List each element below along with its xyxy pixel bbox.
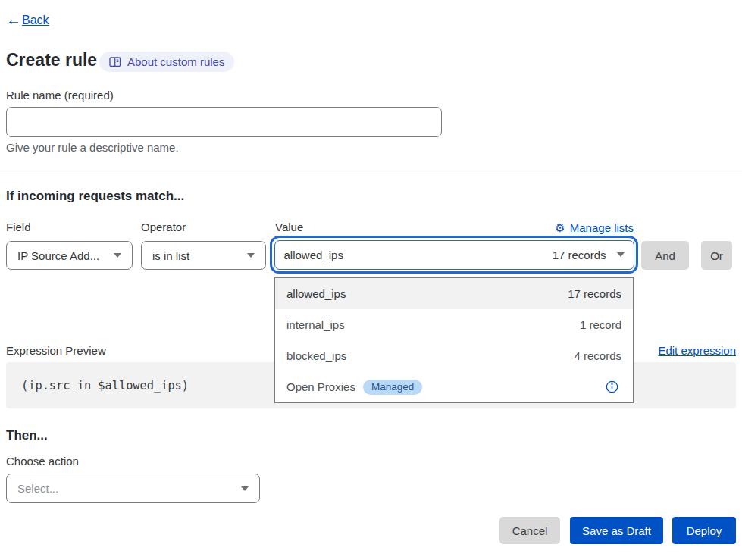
value-label: Value bbox=[275, 221, 303, 233]
rule-name-input[interactable] bbox=[6, 107, 442, 137]
list-option-blocked-ips[interactable]: blocked_ips 4 records bbox=[275, 340, 633, 371]
operator-caret-icon bbox=[247, 253, 255, 258]
expression-code: (ip.src in $allowed_ips) bbox=[21, 379, 189, 393]
action-select[interactable]: Select... bbox=[6, 474, 260, 503]
gear-icon: ⚙ bbox=[555, 222, 565, 233]
rule-name-label: Rule name (required) bbox=[6, 89, 114, 102]
list-option-meta: 1 record bbox=[580, 318, 621, 331]
back-arrow-icon: ← bbox=[6, 12, 21, 27]
manage-lists[interactable]: ⚙ Manage lists bbox=[555, 221, 634, 234]
operator-select[interactable]: is in list bbox=[141, 241, 266, 270]
list-option-open-proxies[interactable]: Open Proxies Managed bbox=[275, 371, 633, 402]
list-option-name: Open Proxies bbox=[286, 380, 355, 393]
field-select-value: IP Source Add... bbox=[17, 249, 114, 262]
managed-badge: Managed bbox=[363, 380, 422, 395]
operator-select-value: is in list bbox=[152, 249, 247, 262]
book-icon bbox=[109, 57, 121, 67]
list-option-name: internal_ips bbox=[286, 318, 580, 331]
back-link[interactable]: ←Back bbox=[6, 13, 49, 28]
or-button[interactable]: Or bbox=[701, 241, 732, 270]
list-option-name: blocked_ips bbox=[286, 349, 574, 362]
list-option-allowed-ips[interactable]: allowed_ips 17 records bbox=[275, 278, 633, 309]
value-caret-icon bbox=[617, 252, 625, 257]
list-option-internal-ips[interactable]: internal_ips 1 record bbox=[275, 309, 633, 340]
page-title: Create rule bbox=[6, 50, 97, 70]
list-option-meta: 4 records bbox=[574, 349, 621, 362]
value-select-meta: 17 records bbox=[553, 249, 606, 261]
action-select-placeholder: Select... bbox=[17, 482, 241, 495]
about-custom-rules-badge[interactable]: About custom rules bbox=[99, 52, 234, 72]
match-section-heading: If incoming requests match... bbox=[6, 189, 184, 204]
info-icon[interactable] bbox=[606, 380, 618, 393]
expression-preview-label: Expression Preview bbox=[6, 344, 106, 357]
list-dropdown-menu: allowed_ips 17 records internal_ips 1 re… bbox=[274, 277, 634, 403]
field-caret-icon bbox=[114, 253, 121, 258]
list-option-name: allowed_ips bbox=[286, 287, 568, 300]
back-link-label[interactable]: Back bbox=[22, 14, 49, 27]
value-select-value: allowed_ips bbox=[284, 249, 553, 261]
edit-expression-link[interactable]: Edit expression bbox=[658, 344, 736, 357]
section-divider bbox=[0, 174, 742, 174]
field-label: Field bbox=[6, 221, 31, 233]
manage-lists-link[interactable]: Manage lists bbox=[570, 221, 634, 234]
about-custom-rules-label: About custom rules bbox=[127, 55, 224, 68]
field-select[interactable]: IP Source Add... bbox=[6, 241, 133, 270]
operator-label: Operator bbox=[141, 221, 186, 233]
list-option-meta: 17 records bbox=[568, 287, 621, 300]
and-button[interactable]: And bbox=[641, 241, 689, 270]
deploy-button[interactable]: Deploy bbox=[672, 517, 736, 544]
action-caret-icon bbox=[241, 486, 249, 491]
save-as-draft-button[interactable]: Save as Draft bbox=[570, 517, 663, 544]
cancel-button[interactable]: Cancel bbox=[499, 517, 560, 544]
then-section-heading: Then... bbox=[6, 428, 48, 443]
choose-action-label: Choose action bbox=[6, 455, 79, 468]
value-select[interactable]: allowed_ips 17 records bbox=[270, 236, 638, 274]
rule-name-helper: Give your rule a descriptive name. bbox=[6, 141, 179, 154]
